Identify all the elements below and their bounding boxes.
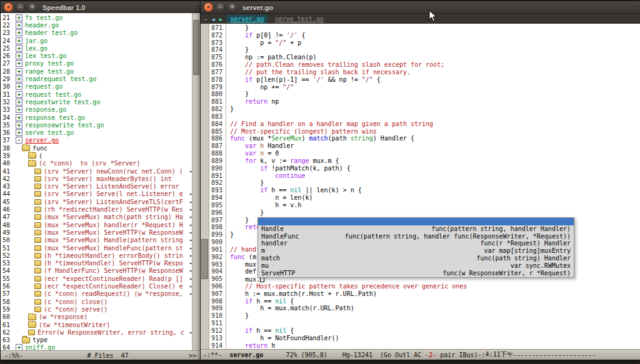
- code-line[interactable]: 890 if !pathMatch(k, path) {: [209, 165, 640, 172]
- code-line[interactable]: 888 var n = 0: [209, 150, 640, 157]
- expand-plus-icon[interactable]: +: [16, 83, 22, 90]
- entry-label[interactable]: (srv *Server) newConn(rwc net.Conn) (: [44, 168, 189, 175]
- maximize-icon[interactable]: +: [28, 2, 37, 12]
- completion-item[interactable]: muvar sync.RWMutex: [258, 262, 574, 270]
- code-line[interactable]: 879 np += "/": [209, 84, 640, 91]
- completion-item[interactable]: mvar map[string]muxEntry: [258, 247, 574, 255]
- entry-label[interactable]: (srv *Server) ListenAndServeTLS(certF: [44, 199, 189, 205]
- entry-label[interactable]: (srv *Server) ListenAndServe() error: [44, 183, 192, 190]
- code-line[interactable]: 887 var h Handler: [209, 142, 640, 150]
- speedbar-expand-button[interactable]: >>: [189, 352, 196, 359]
- speedbar-row[interactable]: 62Error(w ResponseWriter, error string, …: [1, 328, 192, 336]
- scrollbar-thumb[interactable]: [193, 20, 199, 76]
- speedbar-row[interactable]: 21+fs_test.go: [1, 14, 192, 21]
- entry-label[interactable]: header.go: [25, 22, 192, 29]
- code-line[interactable]: 880 }: [209, 91, 640, 98]
- code-line[interactable]: 911: [209, 320, 640, 327]
- code-line[interactable]: 878 if p[len(p)-1] == '/' && np != "/" {: [209, 76, 640, 84]
- close-icon[interactable]: ×: [204, 2, 213, 12]
- code-line[interactable]: 912 if h == nil {: [209, 327, 640, 335]
- expand-plus-icon[interactable]: +: [16, 37, 22, 44]
- entry-label[interactable]: (w *response): [39, 313, 192, 320]
- speedbar-row[interactable]: 41(srv *Server) newConn(rwc net.Conn) (▸: [1, 167, 192, 175]
- completion-item[interactable]: [258, 218, 574, 225]
- speedbar-row[interactable]: 45(srv *Server) ListenAndServeTLS(certF▸: [1, 198, 192, 205]
- speedbar-row[interactable]: 42(srv *Server) maxHeaderBytes() int: [1, 175, 192, 182]
- code-line[interactable]: 876 // path.Clean removes trailing slash…: [209, 61, 640, 69]
- entry-label[interactable]: (ecr *expectContinueReader) Close() e: [44, 283, 189, 290]
- entry-label[interactable]: (c *conn) close(): [44, 298, 192, 305]
- entry-label[interactable]: requestwrite_test.go: [25, 99, 192, 106]
- entry-label[interactable]: responsewrite_test.go: [25, 122, 192, 129]
- code-line[interactable]: 906 // Host-specific pattern takes prece…: [209, 283, 640, 290]
- entry-label[interactable]: (c *conn) serve(): [44, 306, 192, 313]
- speedbar-row[interactable]: 57(c *conn) readRequest() (w *response,▸: [1, 290, 192, 298]
- entry-label[interactable]: (: [39, 152, 192, 159]
- expand-plus-icon[interactable]: +: [16, 99, 22, 106]
- entry-label[interactable]: func: [32, 145, 192, 152]
- speedbar-row[interactable]: 35+responsewrite_test.go: [1, 121, 192, 129]
- expand-plus-icon[interactable]: +: [16, 114, 22, 121]
- speedbar-row[interactable]: 23+header_test.go: [1, 29, 192, 37]
- expand-plus-icon[interactable]: +: [16, 22, 22, 29]
- expand-plus-icon[interactable]: +: [16, 106, 22, 113]
- speedbar-row[interactable]: 37-server.go: [1, 137, 192, 144]
- editor-titlebar[interactable]: × − + server.go: [201, 1, 640, 14]
- code-line[interactable]: 908 if h == nil {: [209, 298, 640, 305]
- speedbar-row[interactable]: 28+range_test.go: [1, 67, 192, 75]
- entry-label[interactable]: (h *timeoutHandler) errorBody() strin: [44, 252, 189, 259]
- minimize-icon[interactable]: −: [16, 2, 25, 12]
- speedbar-row[interactable]: 24+jar.go: [1, 37, 192, 44]
- code-line[interactable]: 914 return h: [209, 342, 640, 350]
- code-line[interactable]: 877 // put the trailing slash back if ne…: [209, 69, 640, 76]
- speedbar-row[interactable]: 30+request.go: [1, 83, 192, 91]
- speedbar-row[interactable]: 34+response_test.go: [1, 114, 192, 121]
- entry-label[interactable]: response.go: [25, 106, 192, 113]
- entry-label[interactable]: (srv *Server) Serve(l net.Listener) e: [44, 190, 189, 197]
- speedbar-row[interactable]: 55(ecr *expectContinueReader) Read(p []▸: [1, 275, 192, 282]
- entry-label[interactable]: (mux *ServeMux) HandleFunc(pattern st: [44, 245, 189, 252]
- code-line[interactable]: 882}: [209, 106, 640, 113]
- expand-plus-icon[interactable]: +: [16, 29, 22, 36]
- completion-item[interactable]: HandleFuncfunc(pattern string, handler f…: [258, 233, 574, 240]
- code-line[interactable]: 873 p = "/" + p: [209, 39, 640, 47]
- speedbar-row[interactable]: 46(rh *redirectHandler) ServeHTTP(w Res▸: [1, 205, 192, 213]
- code-line[interactable]: 875 np := path.Clean(p): [209, 54, 640, 61]
- tab-serve-test-go[interactable]: serve_test.go: [271, 15, 327, 23]
- entry-label[interactable]: (c *conn) to (srv *Server): [39, 160, 192, 167]
- code-line[interactable]: 893 if h == nil || len(k) > n {: [209, 187, 640, 194]
- entry-label[interactable]: Error(w ResponseWriter, error string, c: [38, 329, 189, 336]
- collapse-minus-icon[interactable]: -: [16, 137, 22, 144]
- entry-label[interactable]: range_test.go: [25, 68, 192, 75]
- completion-item[interactable]: Handlefunc(pattern string, handler Handl…: [258, 225, 574, 233]
- speedbar-row[interactable]: 54(f HandlerFunc) ServeHTTP(w ResponseW▸: [1, 267, 192, 275]
- close-icon[interactable]: ×: [4, 2, 13, 12]
- speedbar-row[interactable]: 25+lex.go: [1, 44, 192, 52]
- expand-plus-icon[interactable]: +: [16, 52, 22, 59]
- entry-label[interactable]: type: [32, 337, 192, 343]
- entry-label[interactable]: (tw *timeoutWriter): [39, 322, 192, 328]
- entry-label[interactable]: (srv *Server) maxHeaderBytes() int: [44, 175, 192, 182]
- speedbar-row[interactable]: 26+lex_test.go: [1, 52, 192, 59]
- scrollbar-thumb[interactable]: [201, 239, 208, 280]
- code-line[interactable]: 894 n = len(k): [209, 194, 640, 202]
- entry-label[interactable]: request.go: [25, 83, 192, 90]
- speedbar-scrollbar[interactable]: [192, 13, 200, 351]
- toolbar-dash-icon[interactable]: −: [203, 16, 208, 22]
- speedbar-row[interactable]: 47(mux *ServeMux) match(path string) Ha▸: [1, 214, 192, 221]
- entry-label[interactable]: (rh *redirectHandler) ServeHTTP(w Res: [44, 206, 189, 213]
- entry-label[interactable]: (f HandlerFunc) ServeHTTP(w ResponseW: [44, 267, 189, 274]
- expand-plus-icon[interactable]: +: [16, 68, 22, 75]
- expand-plus-icon[interactable]: +: [16, 91, 22, 98]
- code-line[interactable]: 871 }: [209, 24, 640, 32]
- speedbar-row[interactable]: 43(srv *Server) ListenAndServe() error: [1, 183, 192, 190]
- code-line[interactable]: 889 for k, v := range mux.m {: [209, 157, 640, 165]
- code-line[interactable]: 909 h = mux.match(r.URL.Path): [209, 305, 640, 312]
- code-area[interactable]: 871 }872 if p[0] != '/' {873 p = "/" + p…: [209, 24, 640, 350]
- speedbar-row[interactable]: 61(tw *timeoutWriter): [1, 321, 192, 328]
- entry-label[interactable]: server.go: [25, 137, 192, 144]
- speedbar-row[interactable]: 52(h *timeoutHandler) errorBody() strin▸: [1, 252, 192, 259]
- entry-label[interactable]: lex.go: [25, 45, 192, 52]
- code-line[interactable]: 892 }: [209, 179, 640, 187]
- speedbar-row[interactable]: 27+proxy_test.go: [1, 60, 192, 67]
